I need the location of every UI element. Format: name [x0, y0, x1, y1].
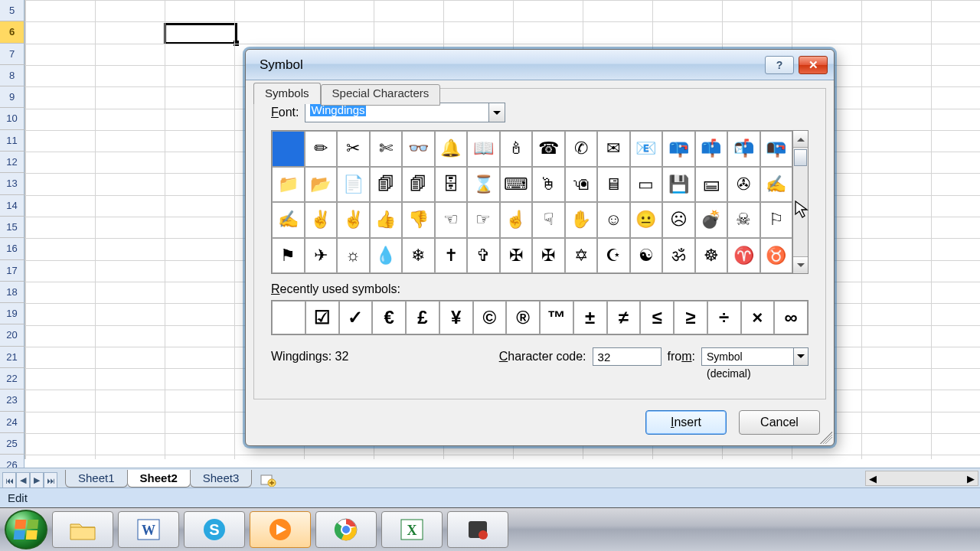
recent-symbol-cell[interactable]: £ — [406, 301, 439, 334]
symbol-cell[interactable]: 🖴 — [695, 167, 728, 203]
symbol-cell[interactable]: 📄 — [337, 167, 370, 203]
recent-symbol-cell[interactable]: ¥ — [439, 301, 473, 334]
symbol-cell[interactable]: ☜ — [435, 202, 468, 238]
row-header-12[interactable]: 12 — [0, 152, 24, 173]
symbol-cell[interactable]: 💣 — [695, 202, 728, 238]
task-app[interactable] — [447, 511, 508, 548]
sheet-nav-next[interactable]: ▶ — [30, 472, 44, 487]
symbol-cell[interactable]: ☞ — [467, 202, 500, 238]
row-header-17[interactable]: 17 — [0, 260, 24, 282]
symbol-cell[interactable]: ✈ — [305, 238, 338, 274]
scroll-thumb[interactable] — [794, 149, 807, 166]
symbol-cell[interactable]: ✍ — [272, 202, 305, 238]
symbol-cell[interactable]: ☠ — [727, 202, 760, 238]
symbol-cell[interactable]: ☝ — [500, 202, 533, 238]
symbol-cell[interactable]: ☎ — [532, 131, 565, 167]
symbol-cell[interactable]: ☼ — [337, 238, 370, 274]
symbol-cell[interactable]: 🗐 — [402, 167, 435, 203]
font-dropdown-button[interactable] — [488, 103, 505, 122]
symbol-cell[interactable]: 🔔 — [435, 131, 468, 167]
recent-symbol-cell[interactable]: × — [741, 301, 775, 334]
symbol-cell[interactable]: ⚑ — [272, 238, 305, 274]
recent-symbol-cell[interactable]: ® — [506, 301, 540, 334]
symbol-cell[interactable]: ✠ — [500, 238, 533, 274]
row-header-14[interactable]: 14 — [0, 195, 24, 217]
insert-button[interactable]: Insert — [645, 410, 727, 435]
recent-symbol-cell[interactable]: ± — [573, 301, 607, 334]
sheet-tab-sheet3[interactable]: Sheet3 — [190, 470, 253, 487]
symbol-cell[interactable]: ☹ — [662, 202, 695, 238]
symbol-cell[interactable]: 🕯 — [500, 131, 533, 167]
task-skype[interactable]: S — [184, 511, 245, 548]
symbol-cell[interactable]: 🖲 — [565, 167, 598, 203]
symbol-cell[interactable]: ✍ — [760, 167, 793, 203]
symbol-cell[interactable]: 💧 — [370, 238, 403, 274]
symbol-cell[interactable]: 📭 — [760, 131, 793, 167]
symbol-cell[interactable]: 👍 — [370, 202, 403, 238]
start-button[interactable] — [5, 510, 47, 549]
task-chrome[interactable] — [315, 511, 377, 548]
new-sheet-button[interactable] — [257, 472, 279, 487]
symbol-cell[interactable]: 👓 — [402, 131, 435, 167]
symbol-cell[interactable]: ✂ — [337, 131, 370, 167]
symbol-cell[interactable]: 👎 — [402, 202, 435, 238]
row-header-16[interactable]: 16 — [0, 238, 24, 259]
symbol-cell[interactable]: ✆ — [565, 131, 598, 167]
row-header-15[interactable]: 15 — [0, 217, 24, 238]
scroll-up-button[interactable] — [793, 131, 808, 148]
symbol-cell[interactable]: ✏ — [305, 131, 338, 167]
horizontal-scrollbar[interactable]: ◀ ▶ — [865, 471, 978, 486]
symbol-cell[interactable]: ☸ — [695, 238, 728, 274]
symbol-cell[interactable]: 🗄 — [435, 167, 468, 203]
symbol-cell[interactable]: 🖥 — [597, 167, 630, 203]
task-excel[interactable]: X — [381, 511, 443, 548]
active-cell[interactable] — [164, 23, 237, 44]
symbol-cell[interactable]: ✉ — [597, 131, 630, 167]
symbol-cell[interactable]: 💾 — [662, 167, 695, 203]
symbol-cell[interactable]: 📖 — [467, 131, 500, 167]
recent-symbol-cell[interactable]: € — [372, 301, 406, 334]
symbol-cell[interactable]: ☯ — [630, 238, 663, 274]
symbol-cell[interactable]: 🗐 — [370, 167, 403, 203]
sheet-tab-sheet1[interactable]: Sheet1 — [65, 470, 128, 487]
help-button[interactable]: ? — [765, 56, 794, 74]
row-header-25[interactable]: 25 — [0, 433, 24, 455]
symbol-cell[interactable]: 🖰 — [532, 167, 565, 203]
task-media-player[interactable] — [250, 511, 311, 548]
recent-symbol-cell[interactable]: © — [473, 301, 507, 334]
symbol-cell[interactable]: ✌ — [337, 202, 370, 238]
symbol-cell[interactable]: ✄ — [370, 131, 403, 167]
hscroll-left[interactable]: ◀ — [866, 471, 880, 485]
symbol-cell[interactable]: 📬 — [727, 131, 760, 167]
task-explorer[interactable] — [52, 511, 113, 548]
scroll-track[interactable] — [793, 148, 808, 256]
from-dropdown-button[interactable] — [793, 347, 808, 366]
symbol-cell[interactable]: ☟ — [532, 202, 565, 238]
row-header-9[interactable]: 9 — [0, 86, 24, 108]
from-select[interactable]: Symbol (decimal) — [701, 347, 793, 366]
symbol-cell[interactable]: ☺ — [597, 202, 630, 238]
symbol-cell[interactable]: ⌛ — [467, 167, 500, 203]
row-header-8[interactable]: 8 — [0, 65, 24, 86]
row-header-18[interactable]: 18 — [0, 282, 24, 303]
symbol-cell[interactable]: ❄ — [402, 238, 435, 274]
dialog-titlebar[interactable]: Symbol ? ✕ — [246, 50, 834, 80]
cancel-button[interactable]: Cancel — [739, 410, 820, 435]
symbol-cell[interactable]: 📁 — [272, 167, 305, 203]
tab-special-characters[interactable]: Special Characters — [321, 84, 441, 106]
sheet-tab-sheet2[interactable]: Sheet2 — [127, 470, 191, 487]
scroll-down-button[interactable] — [793, 256, 808, 273]
row-header-6[interactable]: 6 — [0, 21, 24, 43]
sheet-nav-last[interactable]: ⏭ — [44, 472, 57, 487]
symbol-cell[interactable]: ✞ — [467, 238, 500, 274]
symbol-cell[interactable]: 📪 — [662, 131, 695, 167]
row-header-7[interactable]: 7 — [0, 44, 24, 65]
task-word[interactable]: W — [118, 511, 179, 548]
symbol-cell[interactable]: ♈ — [727, 238, 760, 274]
row-header-13[interactable]: 13 — [0, 173, 24, 194]
symbol-cell[interactable]: ✝ — [435, 238, 468, 274]
symbol-cell[interactable]: 📂 — [305, 167, 338, 203]
symbol-cell[interactable]: ✇ — [727, 167, 760, 203]
recent-symbol-cell[interactable]: ✓ — [339, 301, 373, 334]
row-header-21[interactable]: 21 — [0, 347, 24, 368]
